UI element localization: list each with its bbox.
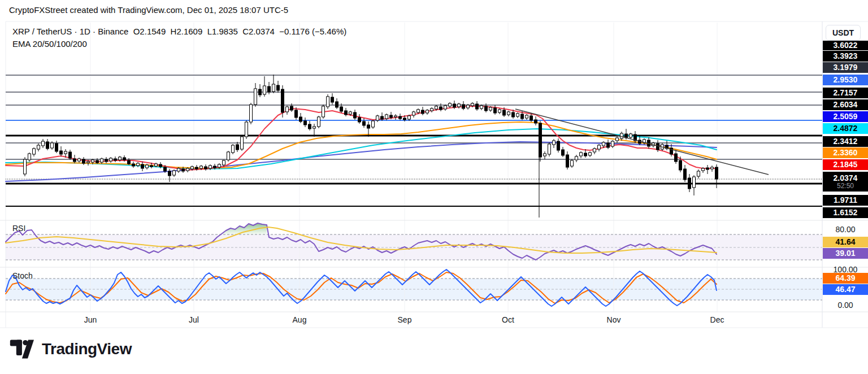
scale-tick-label: 0.00 xyxy=(823,301,868,310)
price-label: 2.1845 xyxy=(823,159,868,170)
month-label-oct[interactable]: Oct xyxy=(491,315,525,324)
rsi-pane-label[interactable]: RSI xyxy=(12,224,25,233)
price-label: 2.5059 xyxy=(823,111,868,122)
rsi-value-label: 41.64 xyxy=(823,237,868,247)
price-label: 3.3923 xyxy=(823,51,868,62)
price-label: 2.3412 xyxy=(823,136,868,147)
price-label: 2.4872 xyxy=(823,123,868,134)
tradingview-chart-snapshot: CryptoFXStreet created with TradingView.… xyxy=(0,0,868,374)
month-label-aug[interactable]: Aug xyxy=(283,315,316,324)
month-label-dec[interactable]: Dec xyxy=(700,315,734,324)
ema50-line xyxy=(6,122,717,168)
rsi-value-label: 39.01 xyxy=(823,248,868,259)
tradingview-logo[interactable]: TradingView xyxy=(9,337,132,362)
stoch-value-label: 46.47 xyxy=(823,284,868,295)
month-label-nov[interactable]: Nov xyxy=(597,315,631,324)
price-label: 2.7157 xyxy=(823,88,868,98)
price-label: 2.6034 xyxy=(823,99,868,110)
stoch-value-label: 64.39 xyxy=(823,273,868,284)
tradingview-logo-text: TradingView xyxy=(42,340,132,358)
month-label-sep[interactable]: Sep xyxy=(388,315,422,324)
price-label: 3.1979 xyxy=(823,62,868,73)
stoch-pane-label[interactable]: Stoch xyxy=(12,271,33,280)
tradingview-logo-icon xyxy=(9,337,34,362)
ema-legend[interactable]: EMA 20/50/100/200 xyxy=(12,39,87,49)
month-label-jun[interactable]: Jun xyxy=(73,315,107,324)
price-label: 1.6152 xyxy=(823,207,868,218)
currency-toggle-button[interactable]: USDT xyxy=(826,25,861,41)
countdown-timer: 52:50 xyxy=(837,182,854,190)
attribution-text: CryptoFXStreet created with TradingView.… xyxy=(9,5,288,15)
price-label: 2.3360 xyxy=(823,147,868,158)
price-label: 2.9530 xyxy=(823,75,868,85)
price-label: 3.6022 xyxy=(823,41,868,50)
price-label: 1.9711 xyxy=(823,195,868,206)
symbol-ohlc-title[interactable]: XRP / TetherUS · 1D · Binance O2.1549 H2… xyxy=(12,27,346,36)
chart-canvas[interactable] xyxy=(0,0,868,374)
price-label: 2.037452:50 xyxy=(823,172,868,192)
month-label-jul[interactable]: Jul xyxy=(177,315,211,324)
scale-tick-label: 80.00 xyxy=(823,225,868,234)
